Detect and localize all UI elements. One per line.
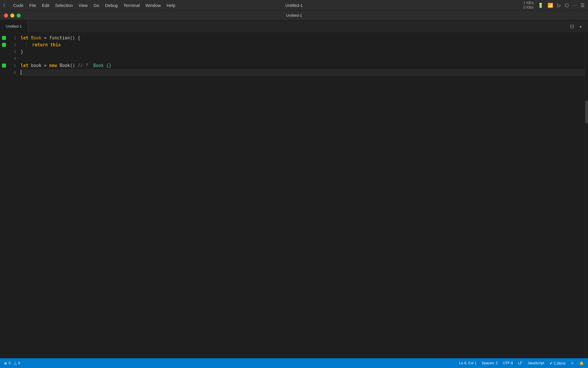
network-stats: 1 KB/s 0 KB/s [523, 1, 533, 10]
code-line-1: let Book = function() { [21, 34, 585, 41]
breakpoint-1[interactable] [0, 34, 8, 41]
menu-window[interactable]: Window [143, 2, 164, 9]
menu-debug[interactable]: Debug [102, 2, 121, 9]
status-bar: ⊗ 0 △ 0 Ln 6, Col 1 Spaces: 2 UTF-8 LF J… [0, 358, 588, 368]
code-line-2: return this [21, 41, 585, 48]
split-editor-button[interactable]: ⊟ [569, 24, 575, 29]
apple-icon[interactable]:  [3, 3, 5, 8]
line-num-2: 2 [8, 41, 16, 48]
breakpoint-dot-1 [2, 36, 6, 40]
line-numbers: 1 2 3 4 5 6 [8, 34, 18, 368]
breakpoint-3-empty [0, 48, 8, 55]
token-book-result: Book {} [93, 62, 111, 69]
play-icon[interactable]: ▷ [557, 3, 561, 8]
line-num-3: 3 [8, 48, 16, 55]
editor-main:  Code File Edit Selection View Go Debug… [0, 0, 588, 368]
token-book-var: book = [28, 62, 49, 69]
token-brace-close: } [21, 48, 23, 55]
bell-icon[interactable]: 🔔 [579, 361, 584, 365]
status-right: Ln 6, Col 1 Spaces: 2 UTF-8 LF JavaScrip… [459, 361, 584, 365]
smiley-icon[interactable]: ☺ [570, 361, 574, 365]
code-line-4 [21, 55, 585, 62]
menubar-title: Untitled-1 [285, 3, 303, 8]
window-title: Untitled-1 [286, 13, 302, 18]
scrollbar-track[interactable] [585, 34, 588, 368]
tab-actions: ⊟ ● [569, 24, 588, 29]
breakpoint-4-empty [0, 55, 8, 62]
token-comment: // ? [78, 62, 93, 69]
breakpoint-5[interactable] [0, 62, 8, 69]
editor-body: 1 2 3 4 5 6 let Book = function() { retu… [0, 33, 588, 368]
menubar:  Code File Edit Selection View Go Debug… [0, 0, 588, 11]
token-let-5: let [21, 62, 28, 69]
token-function: function [49, 34, 70, 41]
line-num-5: 5 [8, 62, 16, 69]
breakpoints-column [0, 34, 8, 368]
code-content[interactable]: let Book = function() { return this } le… [18, 34, 585, 368]
menu-selection[interactable]: Selection [52, 2, 76, 9]
timing: ✔ 2.26ms [550, 361, 565, 365]
breakpoint-6-empty [0, 69, 8, 76]
scrollbar-thumb[interactable] [585, 101, 588, 124]
wifi-icon: 📶 [548, 3, 553, 8]
tab-bar: Untitled-1 ⊟ ● [0, 20, 588, 33]
list-icon[interactable]: ☰ [581, 3, 585, 8]
cursor-position[interactable]: Ln 6, Col 1 [459, 361, 476, 365]
menubar-right: 1 KB/s 0 KB/s 🔋 📶 ▷ ⬡ ··· ☰ [523, 1, 585, 10]
traffic-lights-row: Untitled-1 [0, 11, 588, 20]
menu-code[interactable]: Code [10, 2, 26, 9]
code-line-6 [21, 69, 585, 76]
error-icon: ⊗ [4, 361, 7, 365]
warning-icon: △ [14, 361, 17, 365]
close-button[interactable] [4, 14, 8, 18]
line-num-1: 1 [8, 34, 16, 41]
code-editor[interactable]: 1 2 3 4 5 6 let Book = function() { retu… [0, 33, 588, 368]
editor-tab[interactable]: Untitled-1 [0, 20, 28, 33]
line-ending[interactable]: LF [518, 361, 523, 365]
token-eq-1: = [41, 34, 49, 41]
token-new: new [49, 62, 57, 69]
status-left: ⊗ 0 △ 0 [4, 361, 20, 365]
breakpoint-dot-5 [2, 64, 6, 68]
line-num-6: 6 [8, 69, 16, 76]
error-count[interactable]: ⊗ 0 △ 0 [4, 361, 20, 365]
minimize-button[interactable] [10, 14, 14, 18]
menu-go[interactable]: Go [91, 2, 102, 9]
battery-icon: 🔋 [538, 3, 543, 8]
cursor [21, 70, 21, 75]
menu-terminal[interactable]: Terminal [121, 2, 143, 9]
encoding[interactable]: UTF-8 [503, 361, 513, 365]
warning-number: 0 [18, 361, 20, 365]
error-number: 0 [9, 361, 11, 365]
extension-icon: ⬡ [565, 3, 569, 8]
maximize-button[interactable] [17, 14, 21, 18]
token-book-call: Book() [57, 62, 78, 69]
line-num-4: 4 [8, 55, 16, 62]
menu-edit[interactable]: Edit [39, 2, 52, 9]
menu-file[interactable]: File [26, 2, 39, 9]
token-this: this [50, 41, 61, 48]
breakpoint-2[interactable] [0, 41, 8, 48]
token-book-name: Book [31, 34, 41, 41]
tab-label: Untitled-1 [6, 24, 22, 28]
token-let-1: let [21, 34, 31, 41]
indentation[interactable]: Spaces: 2 [482, 361, 498, 365]
more-dots-icon[interactable]: ··· [573, 3, 577, 8]
token-indent-2 [21, 41, 26, 48]
code-line-3: } [21, 48, 585, 55]
token-paren-open: () { [70, 34, 80, 41]
menu-view[interactable]: View [76, 2, 90, 9]
menu-help[interactable]: Help [164, 2, 178, 9]
indent-guide [26, 42, 26, 48]
code-line-5: let book = new Book() // ? Book {} [21, 62, 585, 69]
language-mode[interactable]: JavaScript [527, 361, 544, 365]
breakpoint-dot-2 [2, 43, 6, 47]
unsaved-dot: ● [578, 24, 583, 29]
token-return: return [27, 41, 50, 48]
